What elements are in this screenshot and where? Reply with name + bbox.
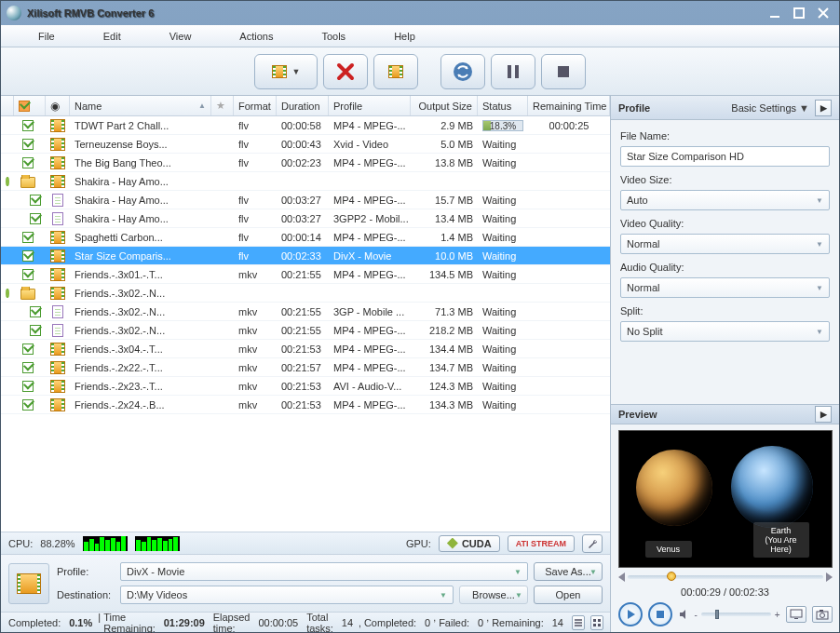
audioquality-combo[interactable]: Normal (620, 277, 830, 298)
menu-edit[interactable]: Edit (79, 28, 145, 45)
settings-select[interactable]: Basic Settings ▼ (731, 102, 809, 114)
profile-expand-button[interactable]: ▶ (815, 100, 832, 116)
maximize-button[interactable] (789, 6, 809, 20)
pause-button[interactable] (491, 54, 535, 89)
row-status: Waiting (478, 269, 528, 280)
row-checkbox[interactable] (22, 139, 34, 150)
table-row[interactable]: Shakira - Hay Amo...flv00:03:273GPP2 - M… (1, 209, 610, 228)
table-row[interactable]: Friends.-.3x04.-.T...mkv00:21:53MP4 - MP… (1, 340, 610, 358)
col-format[interactable]: Format (234, 96, 277, 115)
row-profile: MP4 - MPEG-... (329, 120, 411, 131)
table-row[interactable]: Terneuzense Boys...flv00:00:43Xvid - Vid… (1, 135, 610, 154)
expander-icon[interactable] (6, 177, 9, 186)
volume-track[interactable] (701, 613, 771, 616)
add-file-button[interactable]: ▼ (254, 54, 318, 89)
filename-input[interactable]: Star Size Comparison HD (620, 146, 830, 167)
row-checkbox[interactable] (22, 157, 34, 168)
preview-expand-button[interactable]: ▶ (815, 406, 832, 423)
destination-combo[interactable]: D:\My Videos (120, 586, 454, 604)
table-row[interactable]: Friends.-.2x23.-.T...mkv00:21:53AVI - Au… (1, 377, 610, 396)
videoquality-label: Video Quality: (620, 218, 830, 229)
mark-in-button[interactable] (618, 572, 625, 582)
preview-video[interactable]: Venus Earth (You Are Here) (618, 430, 833, 568)
menu-actions[interactable]: Actions (215, 28, 297, 45)
expander-icon[interactable] (6, 289, 9, 298)
col-status[interactable]: Status (478, 96, 528, 115)
table-row[interactable]: Star Size Comparis...flv00:02:33DivX - M… (1, 247, 610, 265)
row-output: 71.3 MB (411, 306, 478, 317)
minimize-button[interactable] (765, 6, 785, 20)
col-remaining[interactable]: Remaining Time (528, 96, 610, 115)
play-button[interactable] (618, 602, 643, 626)
row-checkbox[interactable] (22, 381, 34, 392)
folder-icon (20, 177, 35, 188)
split-combo[interactable]: No Split (620, 321, 830, 342)
save-as-button[interactable]: Save As... (534, 562, 603, 581)
row-checkbox[interactable] (22, 399, 34, 411)
col-output[interactable]: Output Size (411, 96, 478, 115)
menu-file[interactable]: File (14, 28, 79, 45)
time-handle[interactable] (667, 572, 676, 581)
open-button[interactable]: Open (534, 586, 603, 604)
row-duration: 00:02:23 (277, 157, 329, 168)
videosize-combo[interactable]: Auto (620, 190, 830, 210)
stop-button[interactable] (541, 54, 586, 89)
snapshot-button[interactable] (812, 606, 833, 623)
table-row[interactable]: Friends.-.3x02.-.N...mkv00:21:553GP - Mo… (1, 303, 610, 321)
row-checkbox[interactable] (30, 213, 41, 224)
stop-preview-button[interactable] (648, 602, 672, 626)
table-row[interactable]: Spaghetti Carbon...flv00:00:14MP4 - MPEG… (1, 228, 610, 247)
table-row[interactable]: Friends.-.3x01.-.T...mkv00:21:55MP4 - MP… (1, 265, 610, 284)
row-checkbox[interactable] (22, 232, 34, 243)
table-row[interactable]: TDWT Part 2 Chall...flv00:00:58MP4 - MPE… (1, 116, 610, 135)
add-profile-button[interactable] (373, 54, 418, 89)
table-row[interactable]: Friends.-.3x02.-.N...mkv00:21:55MP4 - MP… (1, 321, 610, 340)
statusbar: Completed: 0.1% | Time Remaining: 01:29:… (1, 612, 610, 632)
table-row[interactable]: Shakira - Hay Amo...flv00:03:27MP4 - MPE… (1, 191, 610, 209)
close-button[interactable] (813, 6, 833, 20)
time-track[interactable] (628, 575, 823, 579)
row-checkbox[interactable] (22, 343, 34, 355)
progress-bar: 18.3% (482, 120, 523, 131)
check-all-icon[interactable] (19, 101, 30, 112)
snapshot-folder-button[interactable] (786, 606, 806, 623)
titlebar[interactable]: Xilisoft RMVB Converter 6 (1, 1, 839, 25)
row-checkbox[interactable] (22, 120, 34, 131)
col-expand[interactable] (1, 96, 14, 115)
delete-button[interactable] (323, 54, 368, 89)
table-row[interactable]: The Big Bang Theo...flv00:02:23MP4 - MPE… (1, 154, 610, 172)
grid-view-button[interactable] (590, 615, 603, 630)
table-row[interactable]: Shakira - Hay Amo... (1, 172, 610, 191)
row-name: Friends.-.2x23.-.T... (70, 381, 211, 392)
menu-view[interactable]: View (145, 28, 216, 45)
row-checkbox[interactable] (30, 325, 41, 336)
col-star[interactable]: ★ (211, 96, 234, 115)
profile-combo[interactable]: DivX - Movie (120, 562, 528, 581)
mark-out-button[interactable] (826, 572, 833, 582)
col-type[interactable]: ◉ (46, 96, 70, 115)
col-profile[interactable]: Profile (329, 96, 411, 115)
volume-handle[interactable] (715, 610, 719, 619)
convert-button[interactable] (440, 54, 485, 89)
row-checkbox[interactable] (22, 250, 34, 262)
row-checkbox[interactable] (30, 306, 41, 317)
table-row[interactable]: Friends.-.3x02.-.N... (1, 284, 610, 303)
list-view-button[interactable] (572, 615, 585, 630)
row-status: Waiting (478, 306, 528, 317)
col-duration[interactable]: Duration (277, 96, 329, 115)
browse-button[interactable]: Browse... (459, 586, 528, 604)
row-checkbox[interactable] (22, 269, 34, 280)
menu-help[interactable]: Help (370, 28, 440, 45)
planet-earth (731, 446, 813, 528)
col-name[interactable]: Name▲ (70, 96, 211, 115)
table-body[interactable]: TDWT Part 2 Chall...flv00:00:58MP4 - MPE… (1, 116, 610, 532)
videoquality-combo[interactable]: Normal (620, 234, 830, 254)
settings-button[interactable] (582, 534, 603, 553)
row-checkbox[interactable] (22, 362, 34, 373)
col-check[interactable] (14, 96, 46, 115)
row-checkbox[interactable] (30, 195, 41, 206)
planet-label-1: Venus (645, 541, 692, 558)
table-row[interactable]: Friends.-.2x22.-.T...mkv00:21:57MP4 - MP… (1, 358, 610, 377)
table-row[interactable]: Friends.-.2x24.-.B...mkv00:21:53MP4 - MP… (1, 396, 610, 414)
menu-tools[interactable]: Tools (297, 28, 370, 45)
